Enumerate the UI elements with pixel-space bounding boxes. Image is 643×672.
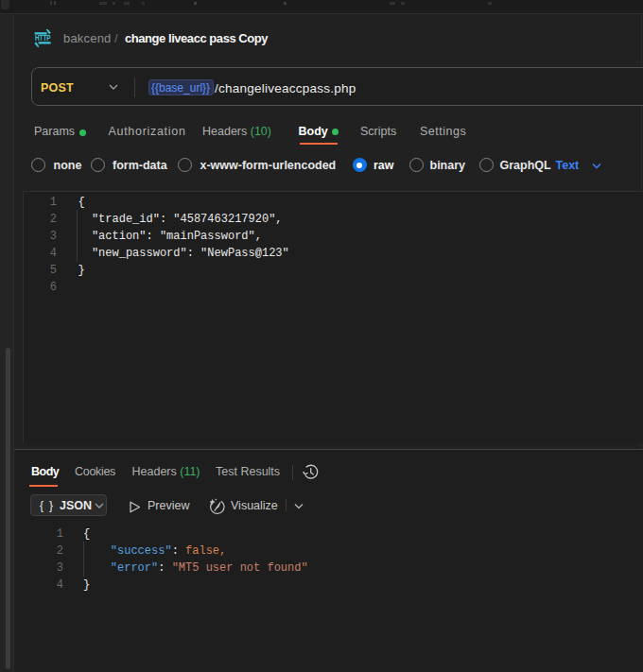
svg-text:HTTP: HTTP [35,33,51,43]
